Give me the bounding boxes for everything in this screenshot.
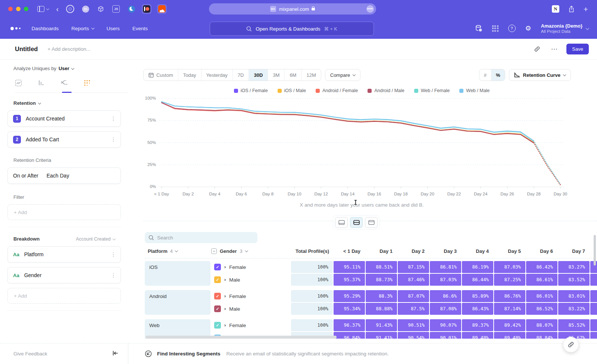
retention-value-cell[interactable]: 87.46% — [398, 274, 429, 286]
tab-funnels[interactable] — [38, 79, 45, 88]
layout-split-button[interactable] — [350, 217, 363, 228]
date-range-12m[interactable]: 12M — [301, 69, 321, 81]
copy-link-icon[interactable] — [532, 44, 542, 54]
platform-cell[interactable]: Android — [145, 290, 210, 315]
retention-value-cell[interactable]: 86.6% — [430, 290, 461, 302]
date-range-yesterday[interactable]: Yesterday — [201, 69, 232, 81]
add-breakdown-button[interactable]: + Add — [7, 288, 121, 304]
global-search-bar[interactable]: Open Reports & Dashboards ⌘ + K — [210, 22, 374, 36]
minimize-window-button[interactable] — [16, 7, 21, 11]
retention-value-cell[interactable]: 86.42% — [526, 261, 557, 273]
retention-value-cell[interactable]: 86.61% — [526, 274, 557, 286]
retention-value-cell[interactable]: 95.11% — [334, 261, 365, 273]
horizontal-scrollbar[interactable] — [146, 336, 337, 339]
legend-item[interactable]: Web / Male — [459, 88, 490, 93]
retention-value-cell[interactable]: 90.07% — [430, 319, 461, 331]
share-link-fab[interactable] — [563, 337, 579, 352]
retention-value-cell[interactable]: 90.01% — [430, 332, 461, 339]
address-bar[interactable]: mixpanel.com ••• — [209, 3, 376, 15]
criteria-on-or-after[interactable]: On or After — [13, 173, 38, 179]
retention-value-cell[interactable]: 88.88% — [366, 303, 397, 315]
back-button[interactable]: ‹ — [56, 5, 59, 13]
day-column-header[interactable]: Day 2 — [398, 248, 429, 254]
help-icon[interactable]: ? — [508, 25, 516, 32]
tab-flows[interactable] — [60, 79, 68, 88]
gender-cell[interactable]: ✓›Male — [211, 274, 290, 286]
share-icon[interactable] — [568, 6, 575, 13]
table-search-input[interactable]: Search — [145, 232, 257, 243]
nav-item-dashboards[interactable]: Dashboards — [32, 26, 59, 31]
retention-value-cell[interactable]: 87.5% — [398, 303, 429, 315]
save-button[interactable]: Save — [566, 44, 589, 54]
collapse-sidebar-icon[interactable] — [112, 351, 118, 357]
retention-value-cell[interactable]: 83.52% — [558, 274, 590, 286]
tab-retention[interactable] — [84, 79, 91, 88]
retention-value-cell[interactable]: 86.81% — [430, 261, 461, 273]
retention-value-cell[interactable]: 95.29% — [334, 290, 365, 302]
retention-step-card[interactable]: 2Added To Cart⋮ — [7, 131, 121, 148]
project-switcher[interactable]: Amazonia {Demo} All Project Data — [541, 23, 589, 34]
password-extension-icon[interactable] — [65, 4, 75, 14]
retention-value-cell[interactable]: 91.43% — [366, 319, 397, 331]
more-options-icon[interactable]: ⋯ — [549, 44, 559, 54]
soundcloud-extension-icon[interactable] — [157, 4, 167, 14]
data-management-icon[interactable] — [475, 25, 482, 32]
legend-item[interactable]: iOS / Female — [234, 88, 268, 93]
expand-chevron-icon[interactable]: › — [224, 293, 226, 299]
expand-chevron-icon[interactable]: › — [224, 277, 226, 282]
find-segments-title[interactable]: Find Interesting Segments — [157, 351, 221, 357]
legend-item[interactable]: Web / Female — [414, 88, 450, 93]
breakdown-scope-dropdown[interactable]: Account Created — [76, 236, 115, 242]
gender-cell[interactable]: ✓›Male — [211, 303, 290, 315]
day-column-header[interactable]: < 1 Day — [334, 248, 365, 254]
retention-value-cell[interactable]: 83.27% — [558, 261, 590, 273]
chart-type-dropdown[interactable]: Retention Curve — [509, 69, 571, 81]
retention-value-cell[interactable]: 90.51% — [398, 319, 429, 331]
patreon-extension-icon[interactable] — [142, 4, 151, 14]
retention-value-cell[interactable]: 87.25% — [494, 274, 525, 286]
retention-value-cell[interactable]: 87.03% — [494, 261, 525, 273]
retention-value-cell[interactable]: 89.42% — [494, 319, 525, 331]
retention-section-label[interactable]: Retention — [13, 100, 115, 106]
settings-gear-icon[interactable]: ⚙ — [525, 25, 531, 32]
legend-item[interactable]: Android / Male — [368, 88, 404, 93]
platform-cell[interactable]: iOS — [145, 261, 210, 286]
retention-value-cell[interactable]: 87.07% — [398, 290, 429, 302]
layout-table-focus-button[interactable] — [365, 217, 378, 228]
retention-step-card[interactable]: 1Account Created⋮ — [7, 110, 121, 127]
js-extension-icon[interactable]: JS — [111, 4, 121, 14]
expand-chevron-icon[interactable]: › — [224, 306, 226, 311]
analyze-value-dropdown[interactable]: User — [59, 66, 69, 71]
window-controls[interactable] — [8, 7, 28, 11]
series-checkbox[interactable]: ✓ — [214, 305, 221, 312]
date-range-custom[interactable]: Custom — [144, 69, 178, 81]
retention-value-cell[interactable]: 86.19% — [462, 261, 493, 273]
nav-item-users[interactable]: Users — [107, 26, 120, 31]
breakdown-card[interactable]: AaGender⋮ — [7, 267, 121, 283]
criteria-each-day[interactable]: Each Day — [47, 173, 69, 179]
date-range-6m[interactable]: 6M — [284, 69, 301, 81]
retention-value-cell[interactable]: 86.44% — [462, 274, 493, 286]
zoom-window-button[interactable] — [24, 7, 28, 11]
gender-cell[interactable]: ✓›Female — [211, 319, 290, 331]
cube-extension-icon[interactable] — [96, 4, 106, 14]
address-more-icon[interactable]: ••• — [366, 5, 374, 13]
give-feedback-link[interactable]: Give Feedback — [13, 351, 47, 357]
kebab-menu-icon[interactable]: ⋮ — [111, 251, 116, 257]
add-filter-button[interactable]: + Add — [7, 204, 121, 220]
gender-cell[interactable]: ✓›Female — [211, 261, 290, 273]
indeterminate-checkbox[interactable]: – — [211, 248, 217, 254]
total-profiles-header[interactable]: Total Profile(s) — [291, 248, 333, 254]
retention-value-cell[interactable]: 88.07% — [526, 319, 557, 331]
retention-value-cell[interactable]: 89.48% — [462, 332, 493, 339]
retention-value-cell[interactable]: 88.73% — [366, 274, 397, 286]
series-checkbox[interactable]: ✓ — [214, 293, 221, 299]
retention-value-cell[interactable]: 87.03% — [430, 274, 461, 286]
retention-value-cell[interactable]: 86.01% — [526, 290, 557, 302]
date-range-today[interactable]: Today — [178, 69, 201, 81]
retention-value-cell[interactable]: 83.01% — [558, 290, 590, 302]
retention-value-cell[interactable]: 95.34% — [334, 303, 365, 315]
absolute-count-toggle[interactable]: # — [479, 69, 491, 81]
retention-value-cell[interactable]: 87.08% — [430, 303, 461, 315]
retention-value-cell[interactable]: 83.22% — [558, 303, 590, 315]
